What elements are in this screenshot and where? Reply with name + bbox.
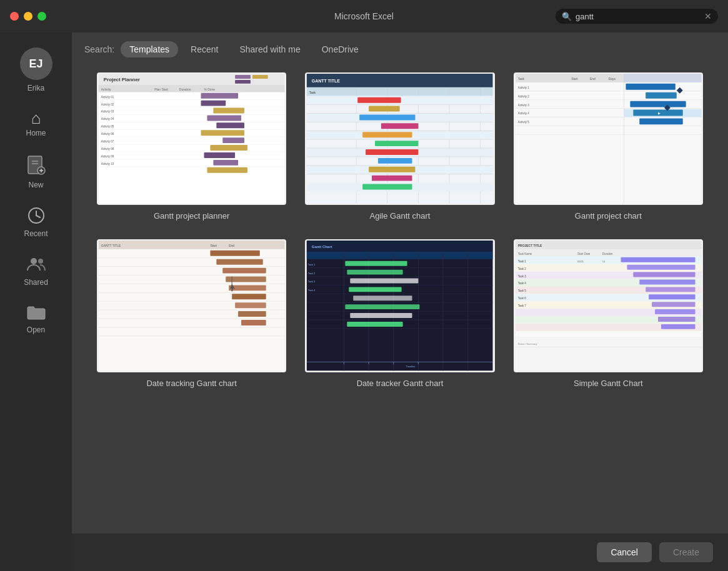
svg-rect-141 xyxy=(241,320,266,325)
svg-rect-206 xyxy=(621,257,695,262)
svg-rect-214 xyxy=(658,317,696,322)
svg-point-9 xyxy=(31,258,37,264)
svg-text:Activity 02: Activity 02 xyxy=(101,103,114,106)
sidebar-item-new[interactable]: New xyxy=(0,146,72,198)
svg-rect-167 xyxy=(346,305,420,310)
svg-text:Duration: Duration xyxy=(602,252,612,256)
svg-rect-89 xyxy=(362,184,412,190)
titlebar: Microsoft Excel 🔍 ✕ xyxy=(0,0,728,32)
svg-rect-81 xyxy=(360,114,416,120)
maximize-button[interactable] xyxy=(37,12,46,21)
svg-point-10 xyxy=(38,259,43,264)
content-area: Search: Templates Recent Shared with me … xyxy=(72,32,728,571)
svg-text:Task: Task xyxy=(309,91,316,94)
svg-text:Activity 03: Activity 03 xyxy=(101,110,114,113)
template-thumb-1: Project Planner Activity Plan Start Dura… xyxy=(97,72,286,205)
search-input[interactable] xyxy=(576,12,701,21)
svg-rect-208 xyxy=(633,272,695,277)
svg-text:Task 6: Task 6 xyxy=(517,297,526,300)
tab-recent[interactable]: Recent xyxy=(182,41,227,57)
tab-onedrive[interactable]: OneDrive xyxy=(313,41,367,57)
svg-rect-110 xyxy=(646,92,677,99)
svg-rect-51 xyxy=(235,75,251,79)
svg-text:GANTT TITLE: GANTT TITLE xyxy=(101,244,121,247)
svg-text:Task Name: Task Name xyxy=(517,252,532,256)
svg-rect-210 xyxy=(646,287,695,292)
tabs-bar: Search: Templates Recent Shared with me … xyxy=(72,32,728,66)
recent-label: Recent xyxy=(24,229,47,238)
create-button[interactable]: Create xyxy=(659,542,713,562)
svg-rect-169 xyxy=(347,322,403,327)
clear-search-icon[interactable]: ✕ xyxy=(704,11,712,21)
svg-rect-115 xyxy=(639,118,682,124)
footer: Cancel Create xyxy=(72,534,728,571)
close-button[interactable] xyxy=(10,12,19,21)
sidebar: EJ Erika ⌂ Home New xyxy=(0,32,72,571)
template-card-simple-gantt[interactable]: PROJECT TITLE Task Name Start Date Durat… xyxy=(514,239,703,387)
svg-text:End: End xyxy=(229,244,234,247)
svg-text:Start Date: Start Date xyxy=(577,252,591,256)
svg-rect-134 xyxy=(216,259,262,265)
svg-rect-133 xyxy=(210,251,259,256)
svg-rect-166 xyxy=(354,296,412,301)
avatar: EJ xyxy=(20,47,52,80)
minimize-button[interactable] xyxy=(24,12,32,21)
template-name-3: Gantt project chart xyxy=(575,211,642,221)
svg-rect-84 xyxy=(375,141,418,146)
tab-shared-with-me[interactable]: Shared with me xyxy=(231,41,309,57)
svg-text:Task 3: Task 3 xyxy=(308,281,316,284)
home-label: Home xyxy=(26,129,46,137)
svg-rect-42 xyxy=(213,108,244,114)
sidebar-item-shared[interactable]: Shared xyxy=(0,247,72,295)
template-card-date-tracking[interactable]: GANTT TITLE Start End xyxy=(97,239,286,387)
template-thumb-4: GANTT TITLE Start End xyxy=(97,239,286,372)
svg-text:Task 4: Task 4 xyxy=(517,282,526,286)
template-grid-area: Project Planner Activity Plan Start Dura… xyxy=(72,66,728,534)
svg-text:▶: ▶ xyxy=(658,112,661,115)
svg-rect-46 xyxy=(222,137,244,143)
svg-rect-96 xyxy=(624,74,701,82)
svg-text:Task 1: Task 1 xyxy=(308,263,315,266)
template-card-gantt-project-planner[interactable]: Project Planner Activity Plan Start Dura… xyxy=(97,72,286,221)
sidebar-item-home[interactable]: ⌂ Home xyxy=(0,101,72,146)
template-card-gantt-project-chart[interactable]: Task Start End Days xyxy=(514,72,703,221)
template-card-date-tracker[interactable]: Gantt Chart xyxy=(305,239,494,387)
svg-text:Activity 10: Activity 10 xyxy=(101,162,114,166)
template-thumb-6: PROJECT TITLE Task Name Start Date Durat… xyxy=(514,239,703,372)
open-label: Open xyxy=(27,325,45,334)
svg-text:Activity 05: Activity 05 xyxy=(101,125,114,128)
svg-rect-181 xyxy=(516,241,702,249)
svg-rect-19 xyxy=(99,92,285,204)
template-card-agile-gantt[interactable]: GANTT TITLE Task xyxy=(305,72,494,221)
svg-rect-119 xyxy=(99,241,285,249)
sidebar-item-user[interactable]: EJ Erika xyxy=(0,39,72,101)
svg-text:Activity 3: Activity 3 xyxy=(517,104,529,107)
svg-rect-109 xyxy=(626,84,675,90)
svg-rect-88 xyxy=(372,176,412,181)
svg-text:Activity 04: Activity 04 xyxy=(101,117,114,121)
cancel-button[interactable]: Cancel xyxy=(597,542,652,562)
template-thumb-2: GANTT TITLE Task xyxy=(305,72,494,205)
template-name-1: Gantt project planner xyxy=(154,211,229,221)
sidebar-item-recent[interactable]: Recent xyxy=(0,198,72,247)
new-label: New xyxy=(28,181,43,189)
svg-rect-44 xyxy=(216,122,244,128)
svg-text:Start: Start xyxy=(571,77,578,81)
search-box: 🔍 ✕ xyxy=(556,9,718,24)
svg-rect-49 xyxy=(213,160,238,166)
home-icon: ⌂ xyxy=(31,110,41,126)
svg-text:Timeline: Timeline xyxy=(406,365,416,369)
svg-rect-140 xyxy=(238,311,266,317)
new-icon xyxy=(27,155,46,178)
sidebar-item-open[interactable]: Open xyxy=(0,295,72,343)
template-name-4: Date tracking Gantt chart xyxy=(146,379,237,388)
svg-text:Days: Days xyxy=(608,77,616,81)
svg-text:Start: Start xyxy=(210,244,217,247)
svg-text:End: End xyxy=(590,77,596,81)
tab-templates[interactable]: Templates xyxy=(121,41,178,57)
svg-rect-50 xyxy=(207,167,247,173)
svg-rect-83 xyxy=(362,132,412,137)
svg-text:Gantt Chart: Gantt Chart xyxy=(312,245,332,249)
svg-rect-215 xyxy=(661,324,696,329)
svg-rect-79 xyxy=(358,97,401,103)
